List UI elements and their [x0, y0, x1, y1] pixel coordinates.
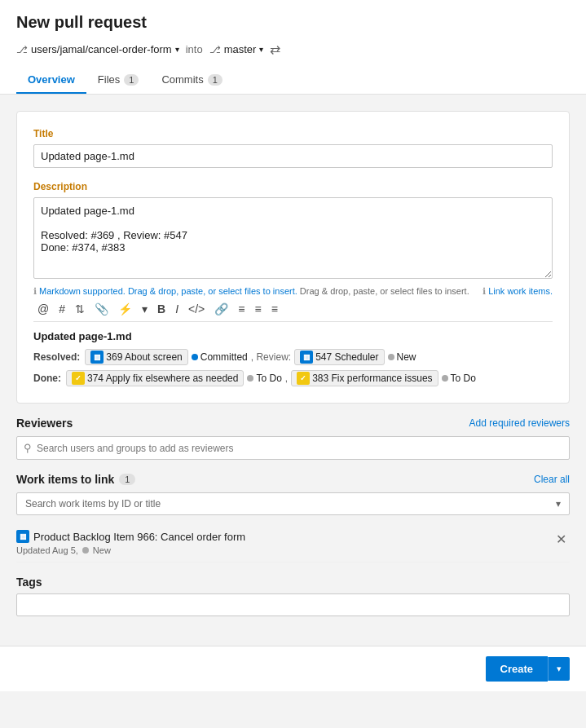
chip-547-text: 547 Scheduler — [315, 351, 378, 363]
tab-commits-label: Commits — [161, 73, 203, 86]
into-label: into — [186, 43, 203, 55]
work-item-status: New — [93, 545, 111, 555]
tabs-bar: Overview Files 1 Commits 1 — [16, 67, 570, 94]
done-comma: , — [285, 373, 288, 384]
status-todo-374: To Do — [256, 373, 281, 384]
review-label: , Review: — [251, 351, 291, 363]
tags-input[interactable] — [16, 593, 570, 616]
dot-committed — [192, 354, 198, 360]
create-button-group: Create ▾ — [486, 656, 570, 682]
work-items-header: Work items to link 1 Clear all — [16, 473, 570, 486]
chip-374[interactable]: ✓ 374 Apply fix elsewhere as needed — [66, 370, 244, 386]
reviewers-header: Reviewers Add required reviewers — [16, 417, 570, 430]
tags-label: Tags — [16, 576, 570, 589]
tab-commits[interactable]: Commits 1 — [150, 67, 233, 94]
create-button[interactable]: Create — [486, 656, 548, 682]
target-branch-button[interactable]: ⎇ master ▾ — [209, 43, 264, 55]
branch-bar: ⎇ users/jamal/cancel-order-form ▾ into ⎇… — [16, 42, 570, 57]
create-dropdown-chevron-icon: ▾ — [557, 664, 562, 673]
work-item-meta: Updated Aug 5, New — [16, 545, 245, 555]
toolbar-hash[interactable]: # — [55, 300, 69, 318]
chip-383[interactable]: ✓ 383 Fix performance issues — [291, 370, 438, 386]
tab-files[interactable]: Files 1 — [86, 67, 151, 94]
preview-section: Updated page-1.md Resolved: ▦ 369 About … — [33, 330, 553, 386]
description-label: Description — [33, 181, 553, 192]
desc-drag-hint: Drag & drop, paste, or select files to i… — [300, 286, 469, 296]
status-new-547: New — [397, 351, 416, 363]
tab-commits-badge: 1 — [208, 74, 223, 86]
work-items-title: Work items to link — [16, 473, 114, 486]
source-branch-button[interactable]: ⎇ users/jamal/cancel-order-form ▾ — [16, 43, 179, 55]
toolbar-italic[interactable]: I — [171, 300, 183, 318]
toolbar-resize[interactable]: ⇅ — [71, 300, 89, 318]
work-item-info: ▦ Product Backlog Item 966: Cancel order… — [16, 530, 245, 555]
page-title: New pull request — [16, 13, 570, 32]
chip-547[interactable]: ▦ 547 Scheduler — [294, 349, 384, 365]
chip-374-text: 374 Apply fix elsewhere as needed — [87, 373, 238, 384]
target-branch-label: master — [224, 43, 257, 55]
work-item-type-icon: ▦ — [16, 530, 29, 543]
swap-icon[interactable]: ⇄ — [270, 42, 280, 57]
chip-547-icon: ▦ — [300, 351, 313, 364]
create-dropdown-button[interactable]: ▾ — [548, 657, 570, 681]
search-icon: ⚲ — [24, 442, 32, 454]
editor-toolbar: @ # ⇅ 📎 ⚡ ▾ B I </> 🔗 ≡ ≡ ≡ — [33, 297, 553, 322]
toolbar-link[interactable]: 🔗 — [210, 300, 232, 318]
toolbar-formula[interactable]: ⚡ — [114, 300, 136, 318]
chip-374-status: To Do — [247, 373, 281, 384]
tab-overview-label: Overview — [28, 73, 75, 86]
remove-work-item-button[interactable]: ✕ — [553, 530, 570, 549]
work-items-count-badge: 1 — [119, 474, 135, 485]
reviewers-search-wrap: ⚲ — [16, 436, 570, 460]
source-branch-icon: ⎇ — [16, 44, 28, 55]
toolbar-attach[interactable]: 📎 — [90, 300, 112, 318]
chip-374-icon: ✓ — [72, 372, 85, 385]
dot-todo-374 — [247, 375, 253, 382]
toolbar-list-ordered[interactable]: ≡ — [250, 300, 265, 318]
chip-547-status: New — [388, 351, 416, 363]
description-textarea[interactable]: Updated page-1.md Resolved: #369 , Revie… — [33, 197, 553, 279]
toolbar-formula-dropdown[interactable]: ▾ — [138, 300, 152, 318]
title-label: Title — [33, 128, 553, 139]
chip-369-icon: ▦ — [90, 351, 104, 364]
work-item-title-row: ▦ Product Backlog Item 966: Cancel order… — [16, 530, 245, 543]
work-item-status-dot — [82, 547, 89, 554]
toolbar-list-unordered[interactable]: ≡ — [234, 300, 249, 318]
target-branch-icon: ⎇ — [209, 44, 221, 55]
status-todo-383: To Do — [451, 373, 476, 384]
reviewers-title: Reviewers — [16, 417, 73, 430]
toolbar-mention[interactable]: @ — [33, 300, 53, 318]
toolbar-code[interactable]: </> — [184, 300, 209, 318]
chip-369-dot: Committed — [192, 351, 248, 363]
footer-bar: Create ▾ — [0, 646, 586, 691]
dot-todo-383 — [442, 375, 448, 382]
chip-383-icon: ✓ — [297, 372, 310, 385]
chip-369[interactable]: ▦ 369 About screen — [85, 349, 187, 365]
work-items-title-group: Work items to link 1 — [16, 473, 135, 486]
tab-files-badge: 1 — [124, 74, 139, 86]
reviewers-search-input[interactable] — [37, 443, 562, 454]
add-required-reviewers-link[interactable]: Add required reviewers — [469, 417, 570, 429]
markdown-link[interactable]: Markdown supported. Drag & drop, paste, … — [39, 286, 297, 296]
toolbar-bold[interactable]: B — [153, 300, 170, 318]
work-items-search-dropdown[interactable]: Search work items by ID or title ▾ — [16, 492, 570, 515]
resolved-label: Resolved: — [33, 351, 80, 363]
dropdown-chevron-icon: ▾ — [556, 498, 561, 510]
work-item-entry: ▦ Product Backlog Item 966: Cancel order… — [16, 523, 570, 563]
chip-383-text: 383 Fix performance issues — [312, 373, 432, 384]
preview-title: Updated page-1.md — [33, 330, 553, 342]
title-input[interactable] — [33, 144, 553, 168]
toolbar-indent[interactable]: ≡ — [267, 300, 282, 318]
desc-footer: ℹ Markdown supported. Drag & drop, paste… — [33, 286, 553, 297]
chip-383-status: To Do — [442, 373, 476, 384]
work-item-updated: Updated Aug 5, — [16, 545, 78, 555]
link-work-items-link[interactable]: Link work items. — [488, 286, 553, 296]
link-work-items-hint: ℹ Link work items. — [482, 286, 553, 297]
form-panel: Title Description Updated page-1.md Reso… — [16, 111, 570, 404]
chip-369-text: 369 About screen — [106, 351, 182, 363]
clear-all-button[interactable]: Clear all — [534, 474, 570, 485]
tab-overview[interactable]: Overview — [16, 67, 86, 94]
work-item-title: Product Backlog Item 966: Cancel order f… — [33, 531, 245, 543]
done-label: Done: — [33, 373, 61, 384]
tags-section: Tags — [16, 576, 570, 616]
